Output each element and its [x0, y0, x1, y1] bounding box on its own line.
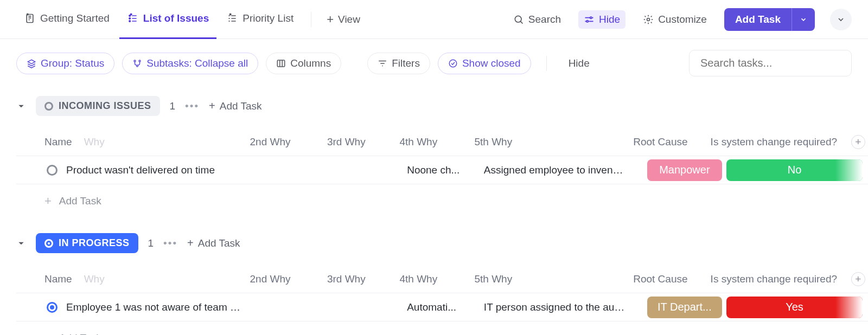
- add-column-button[interactable]: +: [848, 272, 868, 286]
- status-label: IN PROGRESS: [59, 237, 130, 249]
- hide-link[interactable]: Hide: [562, 57, 596, 69]
- plus-icon: +: [327, 12, 334, 27]
- add-task-label: Add Task: [59, 195, 101, 207]
- list-toolbar: Group: Status Subtasks: Collapse all Col…: [0, 39, 868, 82]
- col-header-root[interactable]: Root Cause: [631, 273, 708, 285]
- table-row[interactable]: Product wasn't delivered on time Noone c…: [16, 156, 868, 184]
- svg-point-13: [137, 65, 138, 67]
- cell-root[interactable]: IT Depart...: [645, 297, 724, 318]
- table-header-row: Name Why 2nd Why 3rd Why 4th Why 5th Why…: [16, 128, 868, 156]
- search-icon: [513, 14, 524, 25]
- table-row[interactable]: Employee 1 was not aware of team meeti… …: [16, 293, 868, 321]
- plus-icon: +: [851, 272, 865, 286]
- add-task-dropdown[interactable]: [792, 8, 815, 31]
- status-chip[interactable]: IN PROGRESS: [36, 233, 138, 253]
- col-header-why3[interactable]: 3rd Why: [325, 273, 398, 285]
- group-more-button[interactable]: •••: [163, 237, 177, 249]
- plus-icon: +: [44, 194, 52, 208]
- svg-point-9: [586, 20, 588, 22]
- group-more-button[interactable]: •••: [185, 100, 199, 112]
- task-name: Employee 1 was not aware of team meeti…: [66, 301, 249, 313]
- status-dot-icon: [44, 102, 53, 111]
- col-header-why2[interactable]: 2nd Why: [248, 273, 325, 285]
- customize-label: Customize: [658, 14, 707, 25]
- root-cause-badge: IT Depart...: [647, 297, 722, 318]
- branch-icon: [132, 59, 142, 68]
- show-closed-label: Show closed: [462, 57, 521, 69]
- add-column-button[interactable]: +: [848, 135, 868, 149]
- group-header: INCOMING ISSUES 1 ••• + Add Task: [16, 93, 868, 119]
- col-header-why4[interactable]: 4th Why: [397, 273, 472, 285]
- col-header-sys[interactable]: Is system change required?: [709, 136, 848, 148]
- col-header-sys[interactable]: Is system change required?: [709, 273, 848, 285]
- search-button[interactable]: Search: [508, 10, 566, 29]
- cell-sys[interactable]: Yes: [724, 297, 868, 318]
- cell-root[interactable]: Manpower: [645, 159, 724, 181]
- task-table: Name Why 2nd Why 3rd Why 4th Why 5th Why…: [16, 128, 868, 214]
- customize-button[interactable]: Customize: [637, 10, 712, 29]
- chevron-down-icon: [837, 15, 845, 24]
- status-label: INCOMING ISSUES: [59, 100, 151, 112]
- gear-icon: [643, 14, 654, 25]
- col-header-why5[interactable]: 5th Why: [472, 273, 631, 285]
- view-label: View: [338, 14, 360, 25]
- tab-label: Getting Started: [40, 12, 110, 24]
- tab-getting-started[interactable]: Getting Started: [16, 0, 117, 39]
- hide-button[interactable]: Hide: [578, 10, 626, 29]
- filters-pill[interactable]: Filters: [367, 53, 430, 74]
- list-icon: [127, 12, 139, 24]
- subtasks-pill[interactable]: Subtasks: Collapse all: [122, 53, 258, 74]
- add-task-group: Add Task: [724, 8, 815, 31]
- check-circle-icon: [448, 59, 458, 68]
- svg-point-6: [230, 14, 232, 15]
- group-add-task[interactable]: + Add Task: [187, 237, 240, 249]
- status-dot-icon[interactable]: [47, 165, 58, 176]
- add-view-button[interactable]: + View: [321, 12, 366, 27]
- svg-point-15: [449, 60, 457, 67]
- cell-why5[interactable]: IT person assigned to the au…: [482, 301, 645, 313]
- task-table: Name Why 2nd Why 3rd Why 4th Why 5th Why…: [16, 265, 868, 335]
- collapse-toggle[interactable]: [16, 101, 26, 111]
- add-task-label: Add Task: [198, 237, 240, 249]
- col-header-why2[interactable]: 2nd Why: [248, 136, 325, 148]
- show-closed-pill[interactable]: Show closed: [438, 53, 531, 74]
- cell-why5[interactable]: Assigned employee to inven…: [482, 164, 645, 176]
- chevron-down-icon: [800, 16, 807, 23]
- separator: [311, 12, 311, 27]
- add-task-label: Add Task: [220, 100, 262, 112]
- table-header-row: Name Why 2nd Why 3rd Why 4th Why 5th Why…: [16, 265, 868, 293]
- filters-label: Filters: [392, 57, 420, 69]
- status-chip[interactable]: INCOMING ISSUES: [36, 96, 160, 116]
- hide-label: Hide: [599, 14, 620, 25]
- tab-priority-list[interactable]: Priority List: [219, 0, 301, 39]
- status-dot-icon[interactable]: [47, 302, 58, 313]
- cell-sys[interactable]: No: [724, 159, 868, 181]
- cell-why4[interactable]: Noone ch...: [405, 164, 482, 176]
- plus-icon: +: [187, 237, 194, 249]
- subtasks-label: Subtasks: Collapse all: [146, 57, 248, 69]
- tab-list-of-issues[interactable]: List of Issues: [119, 0, 216, 39]
- col-header-name[interactable]: Name Why: [16, 273, 248, 285]
- add-task-button[interactable]: Add Task: [724, 8, 792, 31]
- group-pill[interactable]: Group: Status: [16, 53, 114, 74]
- col-header-why4[interactable]: 4th Why: [397, 136, 472, 148]
- col-header-root[interactable]: Root Cause: [631, 136, 708, 148]
- separator: [546, 56, 547, 71]
- more-menu-button[interactable]: [830, 9, 852, 30]
- plus-icon: +: [209, 100, 215, 112]
- cell-why4[interactable]: Automati...: [405, 301, 482, 313]
- add-task-row[interactable]: + Add Task: [16, 184, 868, 214]
- group-label: Group: Status: [41, 57, 104, 69]
- col-header-why5[interactable]: 5th Why: [472, 136, 631, 148]
- topbar-right: Search Hide Customize Add Task: [508, 8, 852, 31]
- group-count: 1: [148, 237, 154, 249]
- search-tasks-input[interactable]: [689, 50, 852, 76]
- col-header-why3[interactable]: 3rd Why: [325, 136, 398, 148]
- add-task-row[interactable]: + Add Task: [16, 321, 868, 335]
- columns-pill[interactable]: Columns: [266, 53, 341, 74]
- status-dot-icon: [44, 239, 53, 248]
- group-add-task[interactable]: + Add Task: [209, 100, 262, 112]
- col-header-name[interactable]: Name Why: [16, 136, 248, 148]
- search-label: Search: [528, 14, 561, 25]
- collapse-toggle[interactable]: [16, 239, 26, 248]
